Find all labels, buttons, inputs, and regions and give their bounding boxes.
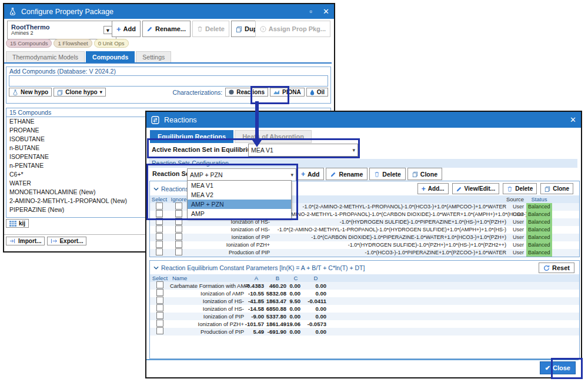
column-header: A — [246, 274, 266, 282]
pencil-icon — [456, 186, 462, 192]
reaction-name: Ionization of HS- — [189, 218, 270, 226]
dialog-close-icon[interactable]: ✕ — [570, 115, 576, 124]
param-b: 5832.08 — [264, 290, 286, 297]
rename-button[interactable]: Rename... — [142, 21, 191, 37]
trash-icon — [374, 171, 380, 177]
select-checkbox[interactable] — [156, 312, 163, 319]
reaction-set-dropdown[interactable]: AMP + PZN ▾ — [187, 168, 296, 181]
ignore-checkbox[interactable] — [175, 218, 182, 225]
clone-set-button[interactable]: Clone — [407, 168, 442, 180]
select-checkbox[interactable] — [156, 297, 163, 304]
footer-divider — [146, 359, 579, 360]
status-badge: Balanced — [526, 226, 552, 234]
close-button[interactable]: ✔ Close — [540, 361, 576, 374]
piona-button[interactable]: PIONA — [270, 88, 305, 97]
tab-heats-of-absorption[interactable]: Heats of Absorption — [235, 130, 312, 143]
table-row: Production of PIP-1.0*(HCO3-)-1.0*PIPERA… — [150, 249, 579, 257]
close-icon[interactable]: ✕ — [323, 7, 329, 16]
ignore-checkbox[interactable] — [175, 210, 182, 217]
trash-icon — [197, 26, 203, 32]
select-checkbox[interactable] — [156, 241, 163, 248]
assign-prop-pkg-button[interactable]: Assign Prop Pkg... — [255, 21, 330, 37]
table-row: Production of PIP5.49-691.900.000.00 — [150, 328, 579, 336]
select-checkbox[interactable] — [156, 281, 163, 288]
tab-settings[interactable]: Settings — [136, 51, 171, 63]
maximize-icon[interactable]: ▫ — [309, 7, 312, 16]
ignore-checkbox[interactable] — [175, 225, 182, 232]
reaction-name: Ionization of PZH+ — [189, 241, 270, 249]
reactions-button[interactable]: Reactions — [225, 88, 268, 97]
select-checkbox[interactable] — [156, 327, 163, 334]
sphere-icon — [229, 89, 234, 95]
add-button[interactable]: + Add — [112, 21, 141, 37]
dropdown-option[interactable]: AMP + PZN — [188, 200, 291, 209]
select-checkbox[interactable] — [156, 304, 163, 311]
clone-reaction-button[interactable]: Clone — [540, 183, 573, 194]
oil-button[interactable]: Oil — [306, 88, 328, 97]
reaction-name: Ionization of PIP — [189, 234, 270, 241]
delete-reaction-button[interactable]: Delete — [503, 183, 537, 194]
kij-button[interactable]: kij — [6, 219, 29, 228]
delete-button[interactable]: Delete — [192, 21, 229, 37]
table-row: Carbamate Formation with AMP-0.4383460.2… — [150, 282, 579, 290]
ignore-checkbox[interactable] — [175, 248, 182, 255]
new-hypo-button[interactable]: New hypo — [9, 88, 52, 97]
dropdown-option[interactable]: MEA V1 — [188, 181, 291, 190]
param-a: -9.00 — [244, 313, 264, 320]
plus-icon: + — [301, 170, 305, 178]
select-checkbox[interactable] — [156, 218, 163, 225]
dropdown-option[interactable]: AMP — [188, 209, 291, 218]
select-checkbox[interactable] — [156, 289, 163, 296]
param-c: 0.00 — [286, 290, 300, 297]
ignore-checkbox[interactable] — [175, 202, 182, 210]
flask-outline-icon — [12, 89, 18, 95]
select-checkbox[interactable] — [156, 233, 163, 240]
param-b: 1861.49 — [264, 320, 286, 328]
dropdown-option[interactable]: MEA V2 — [188, 190, 291, 200]
select-checkbox[interactable] — [156, 320, 163, 327]
import-icon — [9, 238, 16, 244]
reset-button[interactable]: Reset — [539, 263, 574, 273]
add-set-button[interactable]: + Add — [296, 168, 324, 180]
add-reaction-button[interactable]: + Add... — [417, 183, 449, 194]
select-checkbox[interactable] — [156, 225, 163, 232]
package-selector-dropdown[interactable]: RootThermo Amines 2 ▾ — [7, 21, 116, 39]
select-checkbox[interactable] — [156, 202, 163, 210]
column-header: C — [289, 274, 303, 282]
source-cell: User — [506, 218, 524, 226]
rename-set-button[interactable]: Rename — [326, 168, 368, 180]
ignore-checkbox[interactable] — [175, 233, 182, 240]
param-name: Ionization of HS- — [170, 297, 244, 305]
reaction-equation: -1.0*(2-AMINO-2-METHYL-1-PROPANOL)-1.0*(… — [270, 203, 506, 211]
table-header: SelectNameABCD — [150, 274, 579, 282]
reactions-dialog: Reactions ✕ Equilibrium Reactions Heats … — [145, 111, 582, 378]
tab-equilibrium-reactions[interactable]: Equilibrium Reactions — [150, 130, 233, 143]
clone-hypo-button[interactable]: Clone hypo ▾ — [54, 88, 105, 97]
param-name: Carbamate Formation with AMP — [170, 282, 244, 290]
select-checkbox[interactable] — [156, 210, 163, 217]
param-c: 19.06 — [286, 320, 300, 328]
table-row: Ionization of HS--1.0*(2-AMINO-2-METHYL-… — [150, 226, 579, 234]
param-name: Ionization of AMP — [170, 290, 244, 297]
active-reaction-set-dropdown[interactable]: MEA V1 ▾ — [248, 144, 358, 157]
tab-thermodynamic-models[interactable]: Thermodynamic Models — [6, 51, 85, 63]
compound-search-input[interactable] — [9, 75, 328, 87]
export-button[interactable]: Export... — [47, 237, 86, 245]
select-checkbox[interactable] — [156, 248, 163, 255]
view-edit-reaction-button[interactable]: View/Edit... — [452, 183, 500, 194]
column-header: B — [266, 274, 289, 282]
column-header: Name — [170, 274, 246, 282]
param-d: 0.00 — [300, 313, 326, 320]
param-d: 0.00 — [300, 328, 326, 336]
assign-icon — [260, 26, 266, 32]
add-compounds-header: Add Compounds (Database: V 2024.2) — [6, 67, 330, 75]
source-cell: User — [506, 249, 524, 257]
tab-compounds[interactable]: Compounds — [86, 51, 135, 63]
delete-set-button[interactable]: Delete — [369, 168, 406, 180]
param-d: 0.00 — [300, 305, 326, 313]
ignore-checkbox[interactable] — [175, 241, 182, 248]
param-d: 0.00 — [300, 290, 326, 297]
summary-badge: 15 Compounds — [6, 39, 52, 48]
import-button[interactable]: Import... — [6, 237, 45, 245]
reaction-equation: -1.0*(2-AMINO-2-METHYL-1-PROPANOL)-1.0*(… — [270, 211, 506, 218]
